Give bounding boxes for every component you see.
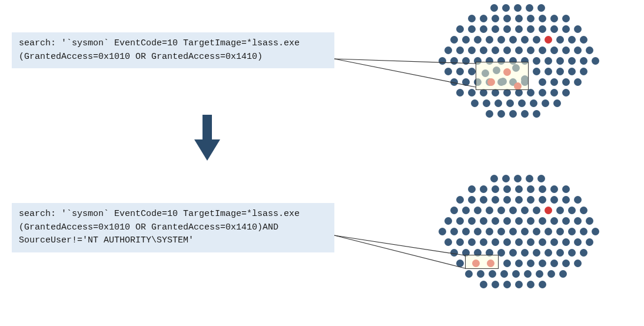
svg-line-4 [334,235,465,255]
data-point-blue [456,217,464,225]
data-point-blue [462,228,470,235]
data-point-blue [480,196,487,204]
data-point-blue [592,57,599,65]
data-point-blue [568,36,576,44]
data-point-blue [521,249,529,257]
data-point-blue [456,260,464,267]
data-point-blue [465,270,473,278]
data-point-blue [533,207,540,214]
data-point-blue [539,185,546,193]
selection-box-after [465,255,499,269]
data-point-blue [474,228,482,235]
data-point-blue [530,99,537,107]
data-point-blue [545,68,552,75]
data-point-blue [515,196,523,204]
data-point-blue [483,99,490,107]
data-point-blue [527,238,535,246]
svg-marker-1 [194,139,220,161]
data-point-blue [468,15,476,22]
data-point-blue [574,25,582,33]
data-point-blue [492,46,499,54]
data-point-blue [580,207,587,214]
data-point-blue [503,46,511,54]
data-point-blue [550,217,558,225]
data-point-blue [503,196,511,204]
data-point-blue [503,15,511,22]
data-point-blue [550,78,558,86]
data-point-blue [539,25,546,33]
data-point-blue [456,46,464,54]
query2-line2: (GrantedAccess=0x1010 OR GrantedAccess=0… [19,222,278,232]
data-point-blue [515,281,523,288]
data-point-blue [524,270,532,278]
data-point-blue [509,249,517,257]
selection-box-before [476,62,529,90]
data-point-blue [515,25,523,33]
data-point-blue [562,78,570,86]
data-point-blue [480,238,487,246]
data-point-blue [492,281,499,288]
data-point-blue [514,4,522,12]
data-point-blue [533,57,540,65]
data-point-blue [514,175,522,182]
data-point-blue [527,281,535,288]
query2-line3: SourceUser!='NT AUTHORITY\SYSTEM' [19,235,194,245]
data-point-blue [456,238,464,246]
data-point-blue [480,25,487,33]
data-point-blue [456,25,464,33]
data-point-blue [562,260,570,267]
data-point-blue [439,57,446,65]
data-point-blue [562,185,570,193]
data-point-blue [550,260,558,267]
data-point-blue [553,99,561,107]
data-point-blue [471,99,479,107]
data-point-blue [512,270,520,278]
data-point-blue [486,36,493,44]
data-point-blue [574,78,582,86]
data-point-blue [568,68,576,75]
data-point-blue [556,228,564,235]
data-point-blue [539,260,546,267]
data-point-blue [444,68,452,75]
data-point-blue [492,217,499,225]
data-point-blue [521,207,529,214]
svg-rect-0 [203,115,212,141]
data-point-blue [527,185,535,193]
data-point-blue [506,99,514,107]
data-point-blue [502,4,510,12]
query1-line2: (GrantedAccess=0x1010 OR GrantedAccess=0… [19,52,263,62]
data-point-blue [462,207,470,214]
data-point-blue [509,110,517,118]
data-point-blue [480,46,487,54]
data-point-blue [556,249,564,257]
data-point-blue [550,89,558,97]
data-point-blue [492,15,499,22]
data-point-blue [515,185,523,193]
data-point-blue [444,46,452,54]
data-point-blue [586,46,593,54]
data-point-blue [468,238,476,246]
data-point-blue [486,207,493,214]
data-point-blue [574,238,582,246]
data-point-blue [574,46,582,54]
data-point-blue [568,57,576,65]
data-point-blue [550,185,558,193]
data-point-blue [533,68,540,75]
data-point-blue [527,196,535,204]
data-point-blue [468,185,476,193]
data-point-blue [533,249,540,257]
data-point-blue [450,36,458,44]
data-point-blue [492,196,499,204]
data-point-blue [497,228,505,235]
data-point-blue [486,110,493,118]
data-point-blue [562,25,570,33]
data-point-blue [521,36,529,44]
data-point-blue [527,217,535,225]
data-point-blue [468,89,476,97]
data-point-blue [527,46,535,54]
data-point-blue [562,217,570,225]
data-point-blue [580,57,587,65]
data-point-blue [462,36,470,44]
data-point-blue [456,89,464,97]
data-point-blue [450,57,458,65]
